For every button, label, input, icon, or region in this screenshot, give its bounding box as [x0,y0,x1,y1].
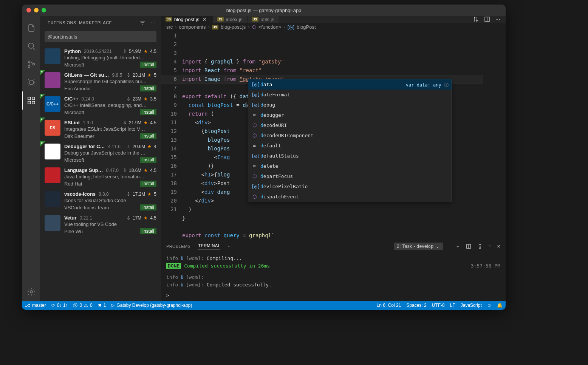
more-editor-actions-icon[interactable]: ··· [495,16,500,23]
maximize-panel-icon[interactable]: ^ [489,244,491,249]
more-actions-icon[interactable]: ··· [151,20,155,26]
notifications-icon[interactable]: 🔔 [497,303,503,308]
status-problems[interactable]: ⓧ0 ⚠0 [73,302,92,309]
extension-icon [45,144,60,159]
extension-item[interactable]: vscode-icons8.8.0⇩17.2M ★5Icons for Visu… [40,189,161,213]
minimap[interactable] [483,31,506,240]
suggest-item[interactable]: ≔debugger [248,110,452,120]
suggest-kind-icon: ⬡ [251,192,257,201]
suggest-item[interactable]: ⬡decodeURIComponent [248,130,452,141]
status-eol[interactable]: LF [450,303,455,308]
close-tab-icon[interactable]: ✕ [202,17,208,22]
extension-version: 0.24.0 [82,96,94,102]
close-panel-icon[interactable]: ✕ [497,244,500,249]
extension-item[interactable]: Python2019.6.24221⇩54.9M ★4.5Linting, De… [40,46,161,70]
minimize-window-button[interactable] [34,8,39,12]
suggest-item[interactable]: ⬡departFocus [248,171,452,181]
extension-item[interactable]: Debugger for C…4.11.6⇩20.6M ★4Debug your… [40,141,161,165]
editor-tab[interactable]: JSutils.js [248,16,279,23]
sidebar: EXTENSIONS: MARKETPLACE ··· Python2019.6… [40,16,161,301]
fullscreen-window-button[interactable] [42,8,46,12]
search-input[interactable] [48,34,153,40]
install-button[interactable]: Install [140,181,156,187]
extension-item[interactable]: C/C++C/C++0.24.0⇩23M ★3.5C/C++ IntelliSe… [40,94,161,118]
star-icon: ★ [147,144,152,149]
install-button[interactable]: Install [140,62,156,68]
breadcrumb-item[interactable]: src [166,24,173,30]
intellisense-popup[interactable]: var data: any ⓘ [◎]data[◎]dateFormat[◎]d… [248,79,452,202]
editor-area[interactable]: 123456789101112131415161718192021 import… [161,31,506,240]
extension-name: C/C++ [64,96,79,102]
status-cursor[interactable]: Ln 6, Col 21 [377,303,401,308]
terminal-output[interactable]: info ℹ [wdm]: Compiling... DONE Compiled… [161,252,506,302]
extension-item[interactable]: Language Sup…0.47.0⇩18.6M ★4.5Java Linti… [40,165,161,189]
extensions-search-input[interactable] [45,31,156,42]
feedback-icon[interactable]: ☺ [487,303,492,308]
suggest-kind-icon: [◎] [251,90,257,99]
suggest-item[interactable]: ≔delete [248,161,452,171]
debug-icon[interactable] [22,73,40,91]
suggest-item[interactable]: [◎]devicePixelRatio [248,181,452,192]
sidebar-header: EXTENSIONS: MARKETPLACE ··· [40,16,161,29]
suggest-item[interactable]: ≔default [248,141,452,151]
extensions-icon[interactable] [22,91,40,110]
status-encoding[interactable]: UTF-8 [432,303,445,308]
extension-desc: Debug your JavaScript code in the … [64,150,156,156]
suggest-item[interactable]: ⬡decodeURI [248,120,452,130]
tab-problems[interactable]: PROBLEMS [166,244,190,249]
breadcrumb-item[interactable]: components [179,24,206,30]
svg-point-3 [33,63,35,65]
install-button[interactable]: Install [140,228,156,234]
install-button[interactable]: Install [140,85,156,91]
breadcrumbs[interactable]: src › components › JS blog-post.js › ⬡ <… [161,23,506,31]
breadcrumb-item[interactable]: blog-post.js [221,24,246,30]
download-count: 21.9M [129,120,141,125]
install-button[interactable]: Install [140,204,156,210]
panel-more-icon[interactable]: ··· [228,244,232,249]
source-control-icon[interactable] [22,55,40,73]
install-button[interactable]: Install [140,157,156,163]
tab-terminal[interactable]: TERMINAL [198,243,220,249]
suggest-item[interactable]: [◎]defaultStatus [248,151,452,161]
search-icon[interactable] [22,37,40,55]
suggest-kind-icon: [◎] [251,182,257,191]
filter-icon[interactable] [139,20,145,26]
extension-item[interactable]: GitLens — Git su…9.8.5⇩23.1M ★5Superchar… [40,70,161,94]
install-button[interactable]: Install [140,133,156,139]
recommended-ribbon [40,70,45,75]
editor-tab[interactable]: JSindex.js [213,16,248,23]
variable-icon: [◎] [288,24,294,30]
suggest-item[interactable]: [◎]dateFormat [248,90,452,100]
compare-icon[interactable] [473,16,479,22]
svg-point-4 [29,80,34,85]
star-icon: ★ [147,192,152,197]
settings-gear-icon[interactable] [22,283,40,301]
split-terminal-icon[interactable] [466,244,471,249]
status-task-running[interactable]: ▷Gatsby Develop (gatsby-graphql-app) [111,303,192,308]
trash-icon[interactable] [477,244,483,249]
new-terminal-icon[interactable]: ＋ [456,244,460,249]
suggest-item[interactable]: [◎]debug [248,100,452,110]
status-tasks[interactable]: ✖1 [98,303,106,308]
terminal-task-select[interactable]: 2: Task - develop ⌄ [394,243,443,250]
close-window-button[interactable] [26,8,31,12]
status-branch[interactable]: ⎇master [25,303,46,308]
breadcrumb-item[interactable]: blogPost [297,24,316,30]
status-sync[interactable]: ⟳0↓ 1↑ [51,303,68,308]
extension-version: 1.9.0 [83,120,93,125]
breadcrumb-item[interactable]: <function> [258,24,282,30]
titlebar[interactable]: blog-post.js — gatsby-graphql-app [22,5,506,16]
explorer-icon[interactable] [22,19,40,37]
suggest-item[interactable]: ⬡dispatchEvent [248,192,452,202]
status-bar: ⎇master ⟳0↓ 1↑ ⓧ0 ⚠0 ✖1 ▷Gatsby Develop … [22,301,506,310]
status-spaces[interactable]: Spaces: 2 [406,303,426,308]
extension-item[interactable]: Vetur0.21.1⇩17M ★4.5Vue tooling for VS C… [40,213,161,237]
install-button[interactable]: Install [140,109,156,115]
extension-item[interactable]: ESESLint1.9.0⇩21.9M ★4.5Integrates ESLin… [40,118,161,141]
traffic-lights [26,8,46,12]
extension-desc: Icons for Visual Studio Code [64,198,156,203]
extensions-list[interactable]: Python2019.6.24221⇩54.9M ★4.5Linting, De… [40,46,161,301]
status-language[interactable]: JavaScript [461,303,482,308]
editor-tab[interactable]: JSblog-post.js✕ [161,16,213,23]
split-editor-icon[interactable] [484,16,490,22]
